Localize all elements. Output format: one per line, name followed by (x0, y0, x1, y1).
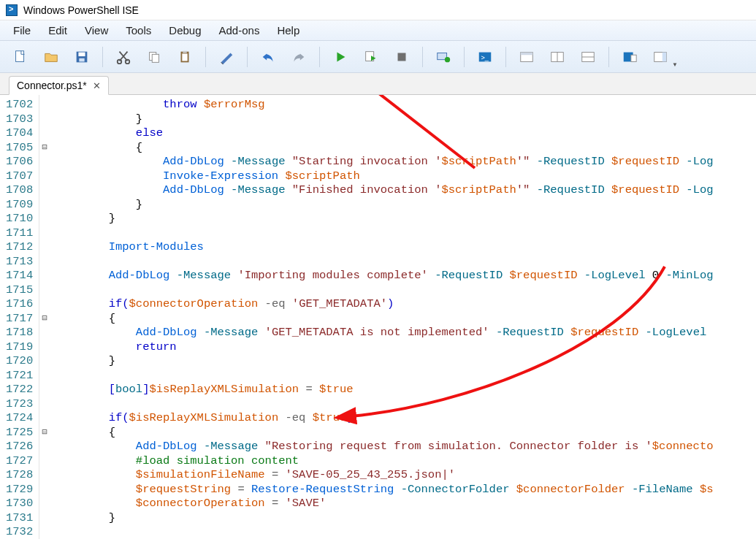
code-line[interactable]: if($connectorOperation -eq 'GET_METADATA… (54, 297, 756, 312)
run-script-icon[interactable] (326, 45, 355, 69)
fold-marker[interactable]: ⊟ (39, 141, 50, 156)
layout-side-icon[interactable] (573, 45, 603, 69)
remote-icon[interactable] (429, 45, 458, 69)
code-line[interactable]: [bool]$isReplayXMLSimulation = $true (54, 383, 756, 397)
toolbar: >_▼ (0, 41, 756, 73)
code-line[interactable]: $requestString = Restore-RequestString -… (54, 483, 756, 497)
line-number: 1726 (6, 440, 33, 454)
new-file-icon[interactable] (6, 45, 35, 69)
fold-marker[interactable]: ⊟ (39, 426, 50, 440)
line-number: 1707 (6, 169, 33, 184)
code-line[interactable]: } (54, 354, 756, 369)
menu-debug[interactable]: Debug (161, 23, 208, 38)
code-line[interactable]: { (54, 426, 756, 440)
fold-marker (39, 98, 50, 112)
cut-icon[interactable] (109, 45, 138, 69)
line-number: 1728 (6, 468, 33, 483)
open-file-icon[interactable] (37, 45, 66, 69)
fold-marker (39, 169, 50, 184)
fold-marker (39, 440, 50, 454)
code-editor[interactable]: 1702170317041705170617071708170917101711… (0, 95, 756, 539)
code-line[interactable]: $simulationFileName = 'SAVE-05_25_43_255… (54, 468, 756, 483)
line-number: 1718 (6, 326, 33, 340)
svg-rect-0 (16, 50, 24, 61)
fold-marker (39, 511, 50, 526)
code-line[interactable]: throw $errorMsg (54, 98, 756, 112)
code-line[interactable] (54, 226, 756, 241)
code-line[interactable]: } (54, 112, 756, 127)
menu-file[interactable]: File (6, 23, 38, 38)
menu-help[interactable]: Help (270, 23, 307, 38)
tab-strip: Connector.ps1* ✕ (0, 73, 756, 95)
fold-marker[interactable]: ⊟ (39, 312, 50, 326)
fold-marker (39, 483, 50, 497)
powershell-pane-icon[interactable]: >_ (470, 45, 500, 69)
fold-marker (39, 226, 50, 241)
window-title: Windows PowerShell ISE (23, 4, 139, 16)
show-command-icon[interactable] (615, 45, 644, 69)
line-number: 1720 (6, 354, 33, 369)
code-line[interactable]: Invoke-Expression $scriptPath (54, 169, 756, 184)
line-number: 1714 (6, 269, 33, 283)
code-line[interactable]: #load simulation content (54, 454, 756, 469)
redo-icon[interactable] (284, 45, 313, 69)
code-line[interactable]: Add-DbLog -Message "Starting invocation … (54, 155, 756, 169)
layout-full-icon[interactable] (512, 45, 541, 69)
code-line[interactable]: return (54, 340, 756, 355)
code-line[interactable] (54, 525, 756, 539)
close-icon[interactable]: ✕ (93, 80, 101, 91)
code-area[interactable]: throw $errorMsg } else { Add-DbLog -Mess… (50, 95, 756, 539)
file-tab[interactable]: Connector.ps1* ✕ (9, 76, 109, 95)
code-line[interactable]: } (54, 511, 756, 526)
stop-icon[interactable] (387, 45, 416, 69)
line-number: 1719 (6, 340, 33, 355)
toolbar-separator (247, 47, 248, 67)
menu-bar: FileEditViewToolsDebugAdd-onsHelp (0, 20, 756, 41)
line-number: 1703 (6, 112, 33, 127)
powershell-icon (6, 4, 18, 16)
fold-marker (39, 454, 50, 469)
menu-add-ons[interactable]: Add-ons (212, 23, 267, 38)
code-line[interactable] (54, 369, 756, 383)
code-line[interactable] (54, 255, 756, 270)
layout-split-icon[interactable] (543, 45, 572, 69)
fold-marker (39, 269, 50, 283)
toolbar-separator (422, 47, 423, 67)
toolbar-overflow-icon[interactable]: ▼ (672, 61, 678, 72)
code-line[interactable]: Add-DbLog -Message "Finished invocation … (54, 183, 756, 198)
code-line[interactable]: { (54, 312, 756, 326)
run-selection-icon[interactable] (356, 45, 386, 69)
line-number: 1722 (6, 383, 33, 397)
code-line[interactable]: $connectorOperation = 'SAVE' (54, 497, 756, 511)
code-line[interactable]: Add-DbLog -Message 'Importing modules co… (54, 269, 756, 283)
show-addon-icon[interactable] (646, 45, 675, 69)
code-line[interactable]: if($isReplayXMLSimulation -eq $true) (54, 411, 756, 426)
code-line[interactable]: Add-DbLog -Message 'GET_METADATA is not … (54, 326, 756, 340)
menu-tools[interactable]: Tools (118, 23, 159, 38)
svg-rect-24 (631, 55, 636, 61)
menu-view[interactable]: View (77, 23, 115, 38)
svg-rect-12 (398, 53, 406, 61)
code-line[interactable]: Import-Modules (54, 240, 756, 255)
code-line[interactable]: } (54, 198, 756, 213)
line-number: 1729 (6, 483, 33, 497)
code-line[interactable]: } (54, 212, 756, 226)
save-icon[interactable] (67, 45, 96, 69)
code-line[interactable]: Add-DbLog -Message "Restoring request fr… (54, 440, 756, 454)
code-line[interactable] (54, 397, 756, 412)
line-number: 1717 (6, 312, 33, 326)
line-number: 1716 (6, 297, 33, 312)
copy-icon[interactable] (140, 45, 169, 69)
code-line[interactable]: { (54, 141, 756, 156)
fold-marker (39, 183, 50, 198)
code-line[interactable]: else (54, 126, 756, 141)
fold-marker (39, 198, 50, 213)
menu-edit[interactable]: Edit (41, 23, 75, 38)
undo-icon[interactable] (253, 45, 283, 69)
fold-marker (39, 297, 50, 312)
fold-marker (39, 369, 50, 383)
clear-icon[interactable] (212, 45, 241, 69)
code-line[interactable] (54, 283, 756, 298)
svg-point-4 (118, 59, 122, 64)
paste-icon[interactable] (170, 45, 199, 69)
